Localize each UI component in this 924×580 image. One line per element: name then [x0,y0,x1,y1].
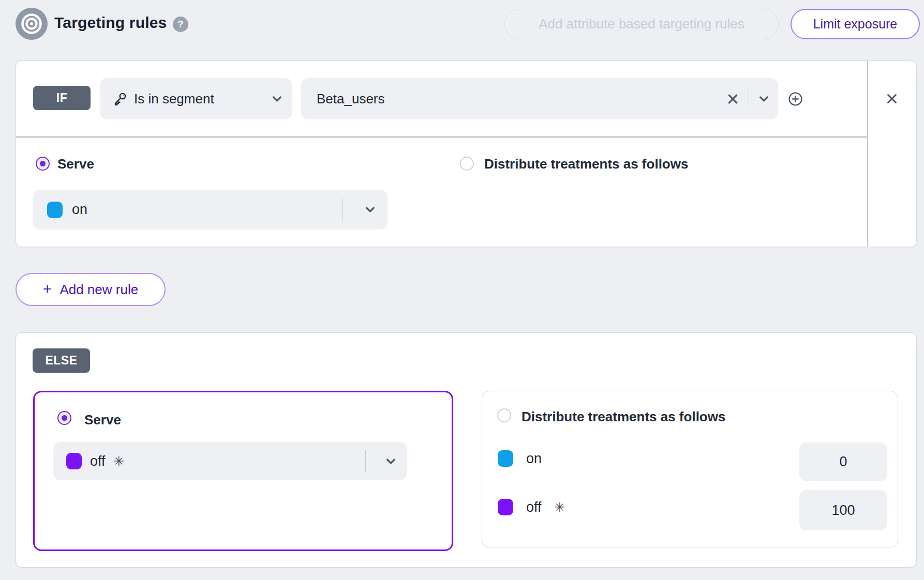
treatment-name: on [526,451,542,467]
segment-select[interactable]: Beta_users [301,78,778,119]
treatment-on-swatch [47,202,63,218]
add-new-rule-button[interactable]: + Add new rule [16,273,166,306]
if-badge: IF [33,86,91,110]
treatment-chevron-down-icon[interactable] [374,454,407,468]
default-treatment-icon: ✳ [555,500,565,515]
matcher-dropdown[interactable]: Is in segment [100,78,292,119]
treatment-name: off [90,453,106,469]
add-condition-icon[interactable] [787,91,803,107]
key-icon [112,91,127,106]
page-title: Targeting rules [54,14,167,32]
if-serve-radio[interactable] [36,157,50,171]
treatment-name: on [72,202,87,218]
treatment-on-swatch [498,450,513,467]
distribute-row-on: on [498,450,542,467]
targeting-bullseye-icon [16,8,48,40]
segment-value: Beta_users [317,91,385,107]
if-serve-label: Serve [57,156,94,172]
if-distribute-radio[interactable] [460,157,474,171]
else-distribute-box: Distribute treatments as follows on off … [482,391,898,547]
add-new-rule-label: Add new rule [59,282,138,298]
divider [342,199,344,221]
help-icon[interactable]: ? [173,17,188,32]
treatment-off-percent-input[interactable] [799,490,887,530]
else-rule-card: ELSE Serve off ✳ Distribute treatments a… [16,332,917,568]
default-treatment-icon: ✳ [114,454,125,469]
divider [16,136,867,138]
matcher-label: Is in segment [134,91,214,107]
divider [365,450,366,472]
if-rule-card: IF Is in segment Beta_users [16,60,917,247]
treatment-on-percent-input[interactable] [799,442,887,481]
segment-clear-icon[interactable] [718,93,749,105]
else-distribute-label: Distribute treatments as follows [521,409,725,425]
else-serve-radio[interactable] [57,411,71,425]
else-distribute-radio[interactable] [497,408,511,422]
divider [867,61,868,247]
targeting-rules-panel: Targeting rules ? Add attribute based ta… [0,0,924,580]
treatment-off-swatch [498,499,513,515]
matcher-chevron-down-icon[interactable] [261,92,292,106]
plus-icon: + [43,280,52,298]
add-attribute-rules-button[interactable]: Add attribute based targeting rules [504,9,779,39]
else-treatment-dropdown[interactable]: off ✳ [53,442,407,480]
treatment-chevron-down-icon[interactable] [352,203,388,217]
else-serve-box: Serve off ✳ [33,391,453,551]
segment-chevron-down-icon[interactable] [749,92,778,106]
if-treatment-dropdown[interactable]: on [33,190,388,230]
remove-rule-icon[interactable] [884,90,900,107]
treatment-off-swatch [66,453,82,469]
else-badge: ELSE [33,348,90,373]
distribute-row-off: off ✳ [498,499,565,515]
else-serve-label: Serve [84,412,121,428]
if-distribute-label: Distribute treatments as follows [484,156,688,172]
limit-exposure-button[interactable]: Limit exposure [791,9,920,39]
treatment-name: off [526,499,542,515]
